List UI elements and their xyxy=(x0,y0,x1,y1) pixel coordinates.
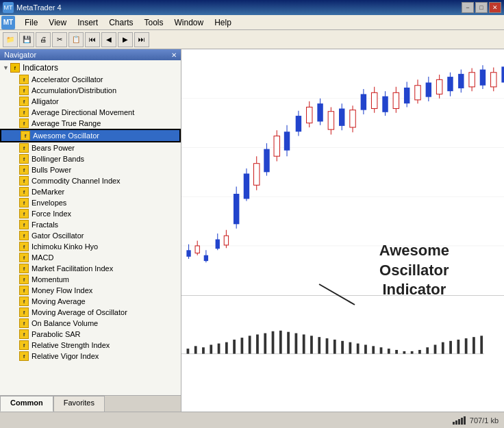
item-label-macd: MACD xyxy=(32,253,53,262)
svg-rect-44 xyxy=(382,97,388,112)
title-bar-left: MT MetaTrader 4 xyxy=(3,2,62,13)
list-item-psar[interactable]: f Parabolic SAR xyxy=(0,329,181,340)
indicator-icon: f xyxy=(19,220,29,229)
indicator-icon: f xyxy=(19,118,29,128)
close-button[interactable]: ✕ xyxy=(489,2,501,13)
menu-help[interactable]: Help xyxy=(209,16,237,29)
indicator-icon: f xyxy=(19,264,29,273)
toolbar-btn-2[interactable]: 💾 xyxy=(19,32,34,47)
svg-rect-42 xyxy=(371,92,377,108)
list-item-obv[interactable]: f On Balance Volume xyxy=(0,318,181,329)
list-item-demarker[interactable]: f DeMarker xyxy=(0,186,181,197)
toolbar-btn-3[interactable]: 🖨 xyxy=(36,32,51,47)
svg-rect-14 xyxy=(224,236,228,245)
title-bar-controls[interactable]: − □ ✕ xyxy=(462,2,501,13)
list-item-mfi[interactable]: f Market Facilitation Index xyxy=(0,263,181,274)
item-label-ma: Moving Average xyxy=(32,297,86,305)
maximize-button[interactable]: □ xyxy=(475,2,488,13)
indicator-icon: f xyxy=(19,318,29,328)
toolbar-btn-7[interactable]: ◀ xyxy=(101,32,116,47)
list-item-adm[interactable]: f Average Directional Movement xyxy=(0,107,181,118)
list-item-bears[interactable]: f Bears Power xyxy=(0,142,181,153)
menu-insert[interactable]: Insert xyxy=(72,16,103,29)
toolbar-btn-5[interactable]: 📋 xyxy=(68,32,84,47)
tab-favorites[interactable]: Favorites xyxy=(53,396,105,412)
indicator-icon: f xyxy=(19,165,29,175)
svg-rect-60 xyxy=(469,73,475,87)
svg-rect-50 xyxy=(415,86,420,100)
list-item-ma[interactable]: f Moving Average xyxy=(0,296,181,307)
toolbar-btn-1[interactable]: 📁 xyxy=(3,32,18,47)
item-label-rsi: Relative Strength Index xyxy=(32,341,110,349)
status-bar: 707/1 kb xyxy=(0,412,504,428)
list-item-bulls[interactable]: f Bulls Power xyxy=(0,164,181,175)
svg-rect-98 xyxy=(395,350,398,354)
svg-rect-80 xyxy=(256,334,259,353)
bar2 xyxy=(455,420,457,425)
menu-charts[interactable]: Charts xyxy=(103,16,138,29)
item-label-demarker: DeMarker xyxy=(32,188,64,196)
navigator-close[interactable]: ✕ xyxy=(171,51,177,59)
indicator-icon: f xyxy=(19,253,29,262)
svg-rect-77 xyxy=(233,340,236,354)
toolbar-btn-9[interactable]: ⏭ xyxy=(134,32,149,47)
list-item-gator[interactable]: f Gator Oscillator xyxy=(0,230,181,241)
item-label-psar: Parabolic SAR xyxy=(32,330,81,338)
svg-rect-78 xyxy=(241,338,244,354)
list-item-macd[interactable]: f MACD xyxy=(0,252,181,263)
list-item-alligator[interactable]: f Alligator xyxy=(0,96,181,107)
list-item-envelopes[interactable]: f Envelopes xyxy=(0,197,181,208)
list-item-mao[interactable]: f Moving Average of Oscillator xyxy=(0,307,181,318)
list-item-awesome[interactable]: f Awesome Oscillator xyxy=(0,129,181,142)
bar1 xyxy=(453,422,455,425)
svg-rect-82 xyxy=(272,331,275,353)
list-item-fractals[interactable]: f Fractals xyxy=(0,219,181,230)
menu-window[interactable]: Window xyxy=(169,16,210,29)
menu-view[interactable]: View xyxy=(43,16,72,29)
item-label-envelopes: Envelopes xyxy=(32,199,66,207)
menu-tools[interactable]: Tools xyxy=(139,16,169,29)
toolbar-btn-6[interactable]: ⏮ xyxy=(85,32,100,47)
svg-rect-16 xyxy=(234,194,239,224)
menu-file[interactable]: File xyxy=(19,16,43,29)
item-label-accelerator: Accelerator Oscillator xyxy=(32,75,103,84)
tree-root-indicators[interactable]: ▼ f Indicators xyxy=(0,62,181,74)
svg-rect-84 xyxy=(287,331,290,353)
indicator-icon: f xyxy=(19,143,29,153)
svg-rect-73 xyxy=(202,347,205,353)
list-item-accelerator[interactable]: f Accelerator Oscillator xyxy=(0,74,181,85)
list-item-moneyflow[interactable]: f Money Flow Index xyxy=(0,285,181,296)
indicator-icon: f xyxy=(19,187,29,197)
svg-rect-85 xyxy=(295,333,298,353)
list-item-ichimoku[interactable]: f Ichimoku Kinko Hyo xyxy=(0,241,181,252)
bar5 xyxy=(464,416,466,425)
svg-rect-105 xyxy=(449,341,452,354)
list-item-accumulation[interactable]: f Accumulation/Distribution xyxy=(0,85,181,96)
minimize-button[interactable]: − xyxy=(462,2,474,13)
svg-rect-32 xyxy=(317,103,323,121)
list-item-rvi[interactable]: f Relative Vigor Index xyxy=(0,351,181,362)
svg-rect-74 xyxy=(210,344,212,353)
svg-rect-20 xyxy=(254,164,260,186)
item-label-obv: On Balance Volume xyxy=(32,319,98,327)
indicator-icon: f xyxy=(19,97,29,106)
toolbar-btn-4[interactable]: ✂ xyxy=(52,32,67,47)
list-item-momentum[interactable]: f Momentum xyxy=(0,274,181,285)
list-item-cci[interactable]: f Commodity Channel Index xyxy=(0,175,181,186)
tab-common[interactable]: Common xyxy=(0,396,53,412)
indicator-icon: f xyxy=(19,275,29,284)
chart-area: Double Click xyxy=(181,49,504,412)
navigator-tree[interactable]: ▼ f Indicators f Accelerator Oscillator … xyxy=(0,60,181,395)
svg-rect-104 xyxy=(442,342,444,353)
list-item-atr[interactable]: f Average True Range xyxy=(0,118,181,129)
item-label-force: Force Index xyxy=(32,210,71,218)
item-label-awesome: Awesome Oscillator xyxy=(33,131,99,140)
list-item-rsi[interactable]: f Relative Strength Index xyxy=(0,340,181,351)
toolbar-btn-8[interactable]: ▶ xyxy=(118,32,133,47)
list-item-bollinger[interactable]: f Bollinger Bands xyxy=(0,153,181,164)
indicator-icon: f xyxy=(19,176,29,186)
oscillator-chart xyxy=(181,296,484,412)
list-item-force[interactable]: f Force Index xyxy=(0,208,181,219)
svg-rect-58 xyxy=(458,74,464,88)
indicator-icon: f xyxy=(19,297,29,306)
